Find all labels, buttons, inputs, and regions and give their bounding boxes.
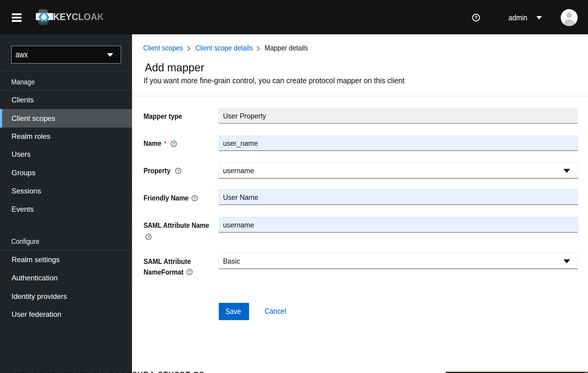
svg-text:?: ? [177,169,180,173]
svg-text:?: ? [172,142,175,146]
svg-text:?: ? [147,234,150,239]
svg-text:KEYCLOAK: KEYCLOAK [53,12,104,22]
svg-text:?: ? [188,270,191,275]
svg-text:?: ? [193,196,196,201]
svg-text:?: ? [475,15,478,20]
